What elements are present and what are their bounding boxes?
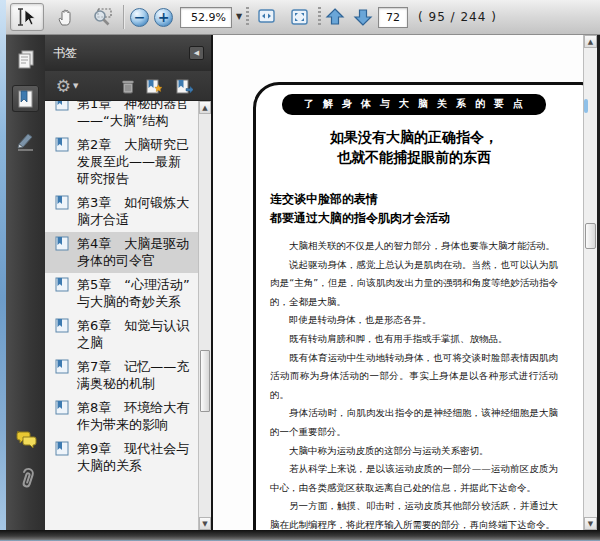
bookmarks-icon: [15, 88, 37, 110]
document-scrollbar[interactable]: ▲ ▼: [583, 35, 597, 530]
pdf-page: 了解身体与大脑关系的要点 如果没有大脑的正确指令， 也就不能捕捉眼前的东西 连交…: [253, 82, 597, 530]
comments-icon: [14, 428, 38, 450]
document-pane[interactable]: 了解身体与大脑关系的要点 如果没有大脑的正确指令， 也就不能捕捉眼前的东西 连交…: [213, 35, 597, 530]
paperclip-icon: [15, 467, 37, 491]
scroll-down-arrow[interactable]: ▼: [199, 517, 211, 530]
fit-page-icon: [290, 8, 309, 26]
page-thumbnails-icon: [15, 48, 37, 70]
bookmark-item-6[interactable]: 第6章 知觉与认识之脑: [45, 314, 211, 355]
go-to-bookmark-button[interactable]: [173, 75, 195, 97]
signature-pen-icon: [15, 130, 37, 152]
gear-icon: ⚙: [56, 76, 71, 96]
body-text: 大脑相关联的不仅是人的智力部分，身体也要靠大脑才能活动。 说起驱动身体，感觉上总…: [270, 237, 558, 530]
bookmarks-panel-title: 书签: [53, 45, 77, 62]
bookmark-page-icon: [55, 137, 70, 152]
toolbar-dot-separator: [246, 7, 249, 27]
bookmarks-scrollbar-thumb[interactable]: [200, 350, 210, 412]
bookmark-page-icon: [55, 195, 70, 210]
page-thumbnails-tab[interactable]: [12, 45, 39, 72]
trash-icon: [120, 78, 136, 95]
paragraph: 大脑相关联的不仅是人的智力部分，身体也要靠大脑才能活动。: [270, 237, 558, 256]
arrow-down-icon: [353, 7, 373, 27]
bookmarks-panel: 书签 ◀ ⚙ ▼: [45, 35, 213, 530]
document-scrollbar-thumb[interactable]: [585, 223, 596, 249]
select-tool-icon: [16, 7, 38, 27]
page-count-label: ( 95 / 244 ): [418, 10, 497, 24]
navigation-pane-strip: [6, 35, 45, 530]
signatures-tab[interactable]: [12, 127, 39, 154]
bookmarks-tab[interactable]: [12, 85, 39, 112]
bookmark-arrow-icon: [175, 78, 193, 95]
window-bottom-border: [0, 530, 600, 541]
bookmark-item-7[interactable]: 第7章 记忆——充满奥秘的机制: [45, 355, 211, 396]
bookmark-page-icon: [55, 236, 70, 251]
bookmark-item-3[interactable]: 第3章 如何锻炼大脑才合适: [45, 191, 211, 232]
gear-caret-icon: ▼: [73, 82, 78, 90]
bookmark-page-icon: [55, 359, 70, 374]
fit-width-icon: [257, 8, 276, 26]
fit-page-button[interactable]: [286, 3, 313, 31]
bookmark-item-5[interactable]: 第5章 “心理活动”与大脑的奇妙关系: [45, 273, 211, 314]
window-left-border: [0, 0, 6, 541]
bookmark-item-9[interactable]: 第9章 现代社会与大脑的关系: [45, 437, 211, 478]
panel-collapse-button[interactable]: ◀: [189, 46, 204, 60]
paragraph: 既有体育运动中生动地转动身体，也可将交谈时脸部表情因肌肉活动而称为身体活动的一部…: [270, 349, 558, 405]
bookmarks-scrollbar[interactable]: ▲ ▼: [198, 101, 211, 530]
pdf-reader-window: − + 52.9% ▼: [0, 0, 600, 541]
bookmark-page-icon: [55, 400, 70, 415]
comments-tab[interactable]: [12, 425, 39, 452]
paragraph: 身体活动时，向肌肉发出指令的是神经细胞，该神经细胞是大脑的一个重要部分。: [270, 404, 558, 441]
zoom-dropdown-caret[interactable]: ▼: [236, 12, 242, 21]
hand-tool-icon: [56, 7, 76, 27]
bookmark-item-2[interactable]: 第2章 大脑研究已发展至此——最新研究报告: [45, 133, 211, 191]
paragraph: 说起驱动身体，感觉上总认为是肌肉在动。当然，也可以认为肌肉是“主角”，但是，向该…: [270, 256, 558, 312]
paragraph: 大脑中称为运动皮质的这部分与运动关系密切。: [270, 442, 558, 461]
paragraph: 即使是转动身体，也是形态各异。: [270, 311, 558, 330]
doc-scroll-down-arrow[interactable]: ▼: [584, 517, 597, 530]
arrow-up-icon: [325, 7, 345, 27]
page-number-input[interactable]: 72: [378, 7, 408, 28]
fit-width-button[interactable]: [253, 3, 280, 31]
delete-bookmark-button[interactable]: [117, 75, 139, 97]
options-menu-button[interactable]: ⚙ ▼: [51, 75, 83, 97]
section1-heading: 连交谈中脸部的表情 都要通过大脑的指令肌肉才会活动: [270, 190, 558, 228]
bookmark-item-1[interactable]: 第1章 神秘的器官——“大脑”结构: [45, 101, 211, 133]
zoom-in-button[interactable]: +: [154, 8, 173, 27]
paragraph: 既有转动肩膀和脚，也有用手指或手掌抓、放物品。: [270, 330, 558, 349]
page-banner: 了解身体与大脑关系的要点: [282, 94, 546, 115]
paragraph: 另一方面，触摸、叩击时，运动皮质其他部分较活跃，并通过大脑在此制编程序，将此程序…: [270, 497, 558, 530]
page-title: 如果没有大脑的正确指令， 也就不能捕捉眼前的东西: [270, 127, 558, 167]
doc-scroll-up-arrow[interactable]: ▲: [584, 35, 597, 48]
bookmark-item-8[interactable]: 第8章 环境给大有作为带来的影响: [45, 396, 211, 437]
bookmarks-panel-header: 书签 ◀: [45, 35, 211, 71]
select-tool-button[interactable]: [10, 3, 44, 31]
scroll-up-arrow[interactable]: ▲: [199, 101, 211, 114]
zoom-level-input[interactable]: 52.9%: [180, 7, 232, 28]
paragraph: 若从科学上来说，是以该运动皮质的一部分——运动前区皮质为中心，由各类感觉区获取远…: [270, 460, 558, 497]
new-bookmark-icon: [145, 78, 163, 95]
next-page-button[interactable]: [350, 3, 376, 31]
toolbar-separator: [123, 5, 124, 29]
bookmarks-panel-toolbar: ⚙ ▼: [45, 71, 211, 101]
marquee-zoom-button[interactable]: [86, 3, 118, 31]
main-toolbar: − + 52.9% ▼: [6, 0, 600, 35]
zoom-out-button[interactable]: −: [130, 8, 149, 27]
previous-page-button[interactable]: [322, 3, 348, 31]
bookmark-page-icon: [55, 441, 70, 456]
scroll-position-marker: [584, 99, 588, 113]
bookmark-page-icon: [55, 277, 70, 292]
bookmark-page-icon: [55, 318, 70, 333]
bookmark-page-icon: [55, 101, 70, 111]
hand-tool-button[interactable]: [50, 3, 82, 31]
new-bookmark-button[interactable]: [143, 75, 165, 97]
bookmark-item-4-selected[interactable]: 第4章 大脑是驱动身体的司令官: [45, 232, 211, 273]
bookmarks-list: 第1章 神秘的器官——“大脑”结构 第2章 大脑研究已发展至此——最新研究报告 …: [45, 101, 211, 530]
toolbar-dot-separator2: [318, 7, 321, 27]
attachments-tab[interactable]: [12, 465, 39, 492]
marquee-zoom-icon: [91, 7, 113, 27]
